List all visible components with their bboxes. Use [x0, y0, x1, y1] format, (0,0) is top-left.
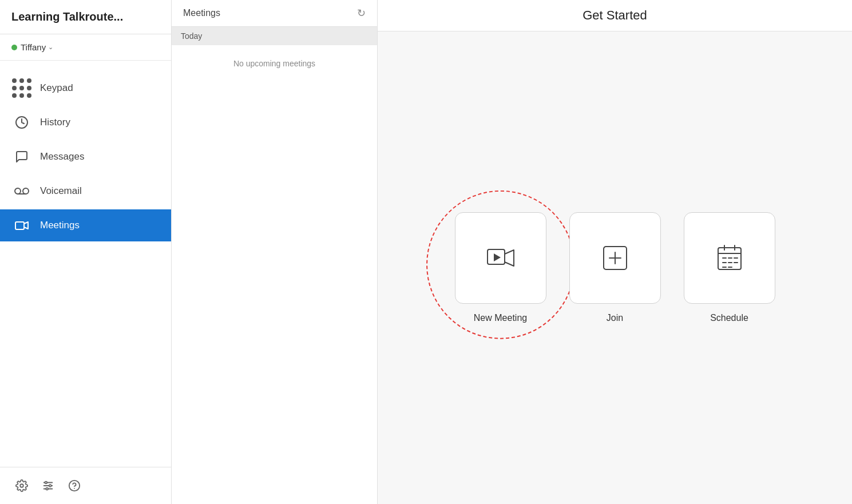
- svg-point-5: [20, 484, 23, 487]
- app-title: Learning Talkroute...: [11, 10, 123, 23]
- today-bar: Today: [172, 27, 377, 45]
- voicemail-icon: [14, 183, 30, 199]
- sidebar-item-label: Messages: [40, 151, 84, 162]
- sidebar-item-label: Meetings: [40, 220, 80, 231]
- sidebar-item-label: Keypad: [40, 82, 73, 94]
- user-section[interactable]: Tiffany ⌄: [0, 34, 171, 61]
- svg-point-11: [46, 488, 48, 490]
- sidebar-item-meetings[interactable]: Meetings: [0, 209, 171, 241]
- no-meetings-text: No upcoming meetings: [172, 45, 377, 82]
- keypad-icon: [14, 80, 30, 96]
- svg-point-10: [49, 485, 51, 487]
- new-meeting-card[interactable]: [455, 212, 546, 304]
- join-card[interactable]: [569, 212, 661, 304]
- schedule-card[interactable]: [684, 212, 775, 304]
- new-meeting-action[interactable]: New Meeting: [455, 212, 546, 323]
- refresh-icon[interactable]: ↻: [357, 7, 366, 19]
- sidebar-footer: [0, 467, 171, 504]
- svg-point-9: [45, 482, 47, 484]
- main-content: Get Started New Meeting: [378, 0, 852, 504]
- sidebar-nav: Keypad History Messages: [0, 61, 171, 467]
- svg-marker-15: [494, 253, 501, 261]
- sidebar-item-voicemail[interactable]: Voicemail: [0, 175, 171, 207]
- svg-point-2: [23, 188, 29, 194]
- svg-rect-4: [15, 222, 24, 229]
- sidebar-item-keypad[interactable]: Keypad: [0, 72, 171, 104]
- join-label: Join: [607, 313, 623, 323]
- middle-panel-header: Meetings ↻: [172, 0, 377, 27]
- sidebar: Learning Talkroute... Tiffany ⌄ Keypad: [0, 0, 172, 504]
- page-title: Get Started: [396, 8, 834, 23]
- sidebar-item-label: Voicemail: [40, 185, 82, 197]
- message-icon: [14, 149, 30, 165]
- sidebar-item-messages[interactable]: Messages: [0, 141, 171, 173]
- video-icon: [14, 217, 30, 233]
- plus-square-icon: [601, 244, 629, 272]
- schedule-label: Schedule: [710, 313, 748, 323]
- clock-icon: [14, 114, 30, 130]
- settings-icon[interactable]: [14, 478, 30, 494]
- get-started-area: New Meeting Join: [378, 31, 852, 504]
- user-name[interactable]: Tiffany ⌄: [21, 42, 53, 52]
- meetings-list-panel: Meetings ↻ Today No upcoming meetings: [172, 0, 378, 504]
- sliders-icon[interactable]: [40, 478, 56, 494]
- sidebar-item-history[interactable]: History: [0, 106, 171, 138]
- join-action[interactable]: Join: [569, 212, 661, 323]
- meetings-panel-title: Meetings: [183, 8, 220, 18]
- video-play-icon: [487, 244, 514, 272]
- chevron-down-icon: ⌄: [48, 43, 53, 51]
- sidebar-header: Learning Talkroute...: [0, 0, 171, 34]
- user-status-dot: [11, 45, 17, 50]
- main-header: Get Started: [378, 0, 852, 31]
- sidebar-item-label: History: [40, 117, 70, 128]
- help-icon[interactable]: [66, 478, 82, 494]
- svg-point-1: [15, 188, 21, 194]
- schedule-action[interactable]: Schedule: [684, 212, 775, 323]
- new-meeting-label: New Meeting: [474, 313, 527, 323]
- calendar-icon: [716, 244, 743, 272]
